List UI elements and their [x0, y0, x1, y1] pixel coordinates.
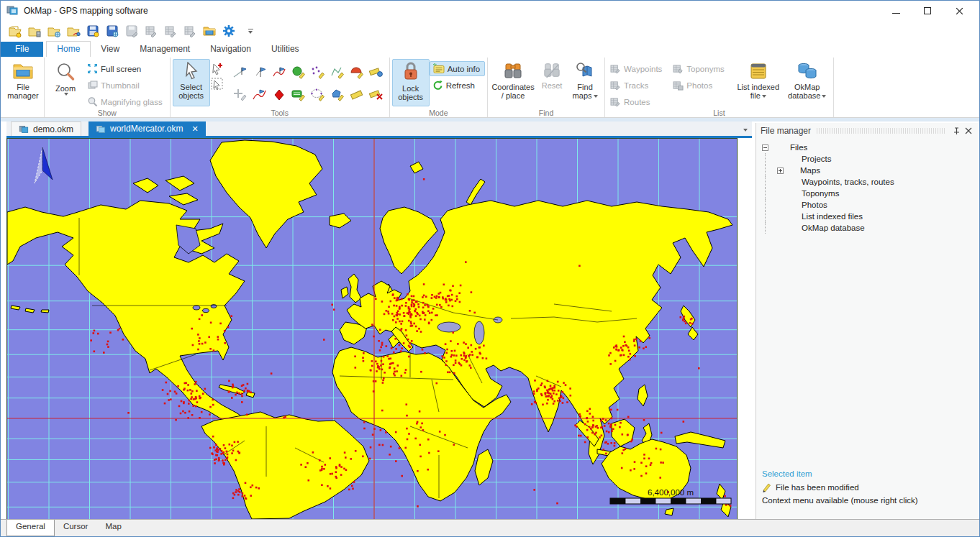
reset-button[interactable]: Reset	[536, 59, 568, 106]
coordinates-place-button[interactable]: Coordinates / place	[490, 59, 536, 106]
tab-home[interactable]: Home	[46, 41, 91, 57]
save-web-icon[interactable]	[104, 22, 121, 40]
open-server-icon[interactable]	[26, 22, 43, 40]
maximize-button[interactable]	[912, 1, 943, 21]
list-photos-button[interactable]: Photos	[670, 78, 729, 93]
database-icon	[797, 62, 818, 81]
close-button[interactable]	[943, 1, 975, 21]
draw-polyline-icon[interactable]	[328, 62, 347, 83]
pin-icon[interactable]	[951, 125, 963, 137]
tree-item-maps[interactable]: Maps	[765, 165, 979, 176]
list-tracks-button[interactable]: Tracks	[607, 78, 667, 93]
group-tools: Select objects Tools	[171, 58, 390, 117]
tree-item-okmap-database[interactable]: OkMap database	[765, 222, 979, 234]
chevron-down-icon	[248, 31, 253, 34]
auto-info-icon	[432, 63, 445, 74]
doc-tab-demo[interactable]: demo.okm	[11, 121, 81, 136]
draw-ellipse-icon[interactable]	[309, 84, 327, 106]
rect-selection-icon[interactable]	[210, 77, 224, 91]
status-tab-general[interactable]: General	[6, 520, 55, 536]
close-tab-icon[interactable]: ✕	[191, 124, 198, 134]
draw-label-icon[interactable]	[289, 84, 308, 106]
minimize-button[interactable]	[880, 1, 912, 21]
list-indexed-file-button[interactable]: List indexed file	[733, 59, 784, 106]
draw-multipoint-icon[interactable]	[309, 62, 327, 83]
lock-objects-button[interactable]: Lock objects	[392, 59, 430, 106]
tree-item-projects[interactable]: Projects	[765, 153, 979, 165]
draw-track-icon[interactable]	[250, 84, 269, 106]
draw-circle-icon[interactable]	[289, 62, 308, 83]
qat-overflow-button[interactable]	[244, 23, 257, 39]
full-screen-button[interactable]: Full screen	[84, 61, 168, 76]
chevron-down-icon	[64, 93, 68, 96]
chevron-down-icon	[822, 95, 826, 98]
settings-gear-icon[interactable]	[220, 22, 237, 40]
waypoints-list-icon	[610, 64, 621, 74]
draw-line-waypoint-icon[interactable]	[231, 62, 250, 83]
draw-route-icon[interactable]	[270, 62, 289, 83]
auto-info-button[interactable]: Auto info	[430, 61, 485, 76]
tab-view[interactable]: View	[91, 42, 130, 57]
tree-item-photos[interactable]: Photos	[765, 199, 979, 211]
tree-item-files[interactable]: Files	[756, 142, 979, 153]
expand-icon[interactable]	[777, 167, 784, 174]
magnifying-glass-button[interactable]: Magnifying glass	[84, 94, 168, 109]
measure-distance-icon[interactable]	[348, 84, 366, 106]
quick-access-toolbar	[1, 21, 979, 41]
open-web-icon[interactable]	[45, 22, 63, 40]
tab-navigation[interactable]: Navigation	[200, 42, 261, 57]
measure-delete-icon[interactable]	[367, 84, 386, 106]
list-tracks-icon-disabled[interactable]	[162, 22, 179, 40]
save-project-icon[interactable]	[84, 22, 101, 40]
group-list: Waypoints Tracks Routes Toponyms Photos	[605, 58, 834, 117]
okmap-database-button[interactable]: OkMap database	[784, 59, 831, 106]
tools-grid	[231, 62, 386, 106]
tree-item-waypoints-tracks-routes[interactable]: Waypoints, tracks, routes	[765, 176, 979, 188]
tracks-list-icon	[610, 81, 621, 91]
tree-item-toponyms[interactable]: Toponyms	[765, 188, 979, 199]
panel-header: File manager	[756, 123, 979, 139]
list-toponyms-button[interactable]: Toponyms	[670, 61, 729, 76]
full-screen-icon	[87, 63, 98, 74]
status-tab-cursor[interactable]: Cursor	[55, 520, 97, 536]
save-edit-icon-disabled[interactable]	[123, 22, 140, 40]
tab-list-dropdown[interactable]	[743, 129, 748, 132]
file-manager-button[interactable]: File manager	[4, 59, 42, 106]
status-tab-map[interactable]: Map	[96, 520, 130, 536]
ribbon-tab-strip: File Home View Management Navigation Uti…	[1, 41, 979, 57]
move-point-icon-disabled[interactable]	[231, 84, 250, 106]
draw-waypoint-icon[interactable]	[250, 62, 269, 83]
map-canvas[interactable]: 6,400,000 m	[6, 138, 738, 520]
tab-file[interactable]: File	[1, 42, 43, 57]
open-edit-icon[interactable]	[65, 22, 82, 40]
tree-item-list-indexed-files[interactable]: List indexed files	[765, 211, 979, 222]
measure-ruler-waypoint-icon[interactable]	[367, 62, 386, 83]
list-routes-icon-disabled[interactable]	[181, 22, 199, 40]
list-waypoints-button[interactable]: Waypoints	[607, 61, 667, 76]
zoom-icon	[55, 62, 76, 82]
add-to-selection-icon[interactable]	[210, 62, 224, 76]
draw-point-icon[interactable]	[270, 84, 289, 106]
thumbnail-button[interactable]: Thumbnail	[84, 78, 168, 93]
open-project-icon[interactable]	[6, 22, 24, 40]
zoom-button[interactable]: Zoom	[47, 59, 84, 106]
folder-icon[interactable]	[201, 22, 218, 40]
binoculars-disabled-icon	[543, 62, 561, 79]
draw-polygon-icon[interactable]	[328, 84, 347, 106]
panel-drag-handle[interactable]	[817, 128, 945, 134]
list-routes-button[interactable]: Routes	[607, 94, 667, 109]
thumbnail-icon	[87, 80, 98, 91]
collapse-icon[interactable]	[762, 144, 768, 151]
tab-utilities[interactable]: Utilities	[261, 42, 309, 57]
list-waypoints-icon-disabled[interactable]	[142, 22, 160, 40]
refresh-button[interactable]: Refresh	[430, 78, 485, 93]
panel-title: File manager	[761, 126, 811, 136]
draw-arc-icon[interactable]	[348, 62, 366, 83]
panel-close-icon[interactable]	[963, 125, 974, 137]
tab-management[interactable]: Management	[130, 42, 200, 57]
find-maps-button[interactable]: Find maps	[568, 59, 602, 106]
group-file-manager: File manager	[2, 58, 45, 117]
select-objects-button[interactable]: Select objects	[173, 59, 210, 106]
file-manager-icon	[12, 62, 34, 81]
doc-tab-worldmercator[interactable]: worldMercator.okm ✕	[89, 121, 206, 136]
